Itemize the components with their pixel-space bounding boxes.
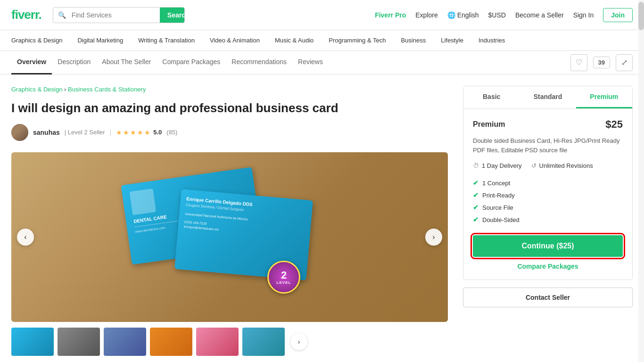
delivery-info: ⏱ 1 Day Delivery bbox=[473, 162, 522, 169]
thumbnail-3[interactable] bbox=[104, 328, 146, 356]
feature-3-label: Source File bbox=[482, 204, 513, 211]
language-selector[interactable]: 🌐 English bbox=[447, 11, 479, 19]
thumbnail-1[interactable] bbox=[11, 328, 54, 356]
thumbnail-6[interactable] bbox=[242, 328, 285, 356]
thumbnails-next-button[interactable]: › bbox=[290, 333, 307, 350]
thumbnail-2[interactable] bbox=[58, 328, 100, 356]
gallery-next-button[interactable]: › bbox=[425, 229, 442, 246]
join-button[interactable]: Join bbox=[603, 8, 633, 22]
compare-packages-link[interactable]: Compare Packages bbox=[473, 263, 623, 270]
top-nav-right: Fiverr Pro Explore 🌐 English $USD Become… bbox=[375, 8, 633, 22]
tab-overview[interactable]: Overview bbox=[11, 51, 52, 74]
package-price: $25 bbox=[605, 118, 623, 131]
gig-title: I will design an amazing and professiona… bbox=[11, 100, 448, 116]
refresh-icon: ↺ bbox=[531, 162, 537, 169]
logo[interactable]: fiverr. bbox=[11, 8, 41, 22]
level-text: LEVEL bbox=[277, 280, 291, 285]
tab-premium[interactable]: Premium bbox=[576, 86, 632, 108]
tab-standard[interactable]: Standard bbox=[520, 86, 576, 108]
category-nav: Graphics & Design Digital Marketing Writ… bbox=[0, 30, 644, 51]
revisions-info: ↺ Unlimited Revisions bbox=[531, 162, 593, 169]
seller-name[interactable]: sanuhas bbox=[33, 129, 60, 136]
feature-1: ✔ 1 Concept bbox=[473, 177, 623, 189]
star-4: ★ bbox=[137, 129, 143, 136]
left-column: Graphics & Design › Business Cards & Sta… bbox=[11, 86, 448, 356]
arrow-left-icon: ‹ bbox=[24, 233, 26, 241]
share-button[interactable]: ⤢ bbox=[616, 54, 633, 71]
search-button[interactable]: Search bbox=[160, 8, 185, 23]
logo-dot: . bbox=[39, 8, 41, 22]
cat-video-animation[interactable]: Video & Animation bbox=[210, 37, 260, 44]
share-icon: ⤢ bbox=[621, 58, 627, 67]
cat-digital-marketing[interactable]: Digital Marketing bbox=[77, 37, 123, 44]
star-2: ★ bbox=[123, 129, 129, 136]
sign-in-link[interactable]: Sign In bbox=[573, 11, 594, 19]
package-name: Premium bbox=[473, 120, 505, 129]
contact-seller-button[interactable]: Contact Seller bbox=[463, 288, 633, 307]
cat-industries[interactable]: Industries bbox=[479, 37, 505, 44]
check-icon-4: ✔ bbox=[473, 216, 479, 223]
package-header: Premium $25 bbox=[473, 118, 623, 131]
gallery-prev-button[interactable]: ‹ bbox=[17, 229, 34, 246]
scrollbar-thumb[interactable] bbox=[638, 2, 644, 30]
become-seller-link[interactable]: Become a Seller bbox=[515, 11, 564, 19]
currency-selector[interactable]: $USD bbox=[488, 11, 506, 19]
breadcrumb-subcat[interactable]: Business Cards & Stationery bbox=[68, 86, 146, 93]
seller-level: | Level 2 Seller bbox=[65, 129, 105, 136]
page-tabs-actions: ♡ 39 ⤢ bbox=[570, 54, 633, 71]
search-input[interactable] bbox=[66, 8, 160, 23]
star-1: ★ bbox=[116, 129, 122, 136]
fiverr-pro-link[interactable]: Fiverr Pro bbox=[375, 11, 406, 19]
cat-writing-translation[interactable]: Writing & Translation bbox=[138, 37, 195, 44]
tab-about-seller[interactable]: About The Seller bbox=[96, 51, 157, 74]
cat-graphics-design[interactable]: Graphics & Design bbox=[11, 37, 62, 44]
check-icon-3: ✔ bbox=[473, 204, 479, 211]
business-card-display: DENTAL CARE www.dentalcare.com Enrique C… bbox=[112, 166, 347, 308]
check-icon-2: ✔ bbox=[473, 191, 479, 199]
explore-link[interactable]: Explore bbox=[415, 11, 438, 19]
clock-icon: ⏱ bbox=[473, 162, 479, 169]
breadcrumb-cat[interactable]: Graphics & Design bbox=[11, 86, 62, 93]
package-description: Double sided Business Card, Hi-Res JPG/P… bbox=[473, 136, 623, 155]
cat-programming-tech[interactable]: Programming & Tech bbox=[329, 37, 386, 44]
thumbnail-4[interactable] bbox=[150, 328, 192, 356]
feature-2-label: Print-Ready bbox=[482, 192, 515, 199]
rating-number: 5.0 bbox=[153, 129, 162, 136]
arrow-right-icon: › bbox=[432, 233, 435, 241]
breadcrumb-separator: › bbox=[64, 86, 68, 93]
review-count[interactable]: (85) bbox=[166, 129, 177, 136]
tab-compare-packages[interactable]: Compare Packages bbox=[157, 51, 226, 74]
tab-reviews[interactable]: Reviews bbox=[292, 51, 329, 74]
cat-lifestyle[interactable]: Lifestyle bbox=[441, 37, 463, 44]
feature-2: ✔ Print-Ready bbox=[473, 189, 623, 201]
globe-icon: 🌐 bbox=[447, 11, 455, 19]
package-card: Basic Standard Premium Premium $25 Doubl… bbox=[463, 86, 633, 280]
thumbnail-5[interactable] bbox=[196, 328, 239, 356]
delivery-text: 1 Day Delivery bbox=[482, 162, 522, 169]
search-icon: 🔍 bbox=[53, 11, 66, 19]
thumbnail-strip: › bbox=[11, 328, 448, 356]
gallery-main: DENTAL CARE www.dentalcare.com Enrique C… bbox=[11, 152, 448, 322]
package-body: Premium $25 Double sided Business Card, … bbox=[463, 109, 632, 280]
avatar[interactable] bbox=[11, 124, 28, 141]
feature-1-label: 1 Concept bbox=[482, 180, 510, 187]
avatar-image bbox=[11, 124, 28, 141]
star-5: ★ bbox=[144, 129, 150, 136]
page-tabs: Overview Description About The Seller Co… bbox=[0, 51, 644, 74]
scrollbar[interactable] bbox=[638, 0, 644, 356]
cat-business[interactable]: Business bbox=[401, 37, 426, 44]
package-features: ✔ 1 Concept ✔ Print-Ready ✔ Source File … bbox=[473, 177, 623, 226]
tab-description[interactable]: Description bbox=[52, 51, 96, 74]
feature-4: ✔ Double-Sided bbox=[473, 214, 623, 226]
continue-button[interactable]: Continue ($25) bbox=[473, 235, 623, 257]
package-tabs: Basic Standard Premium bbox=[463, 86, 632, 109]
search-bar: 🔍 Search bbox=[53, 7, 185, 23]
logo-text: fiverr bbox=[11, 8, 39, 22]
tab-recommendations[interactable]: Recommendations bbox=[226, 51, 292, 74]
top-nav: fiverr. 🔍 Search Fiverr Pro Explore 🌐 En… bbox=[0, 0, 644, 30]
tab-basic[interactable]: Basic bbox=[463, 86, 520, 108]
revisions-text: Unlimited Revisions bbox=[539, 162, 593, 169]
breadcrumb: Graphics & Design › Business Cards & Sta… bbox=[11, 86, 448, 93]
like-button[interactable]: ♡ bbox=[570, 54, 587, 71]
cat-music-audio[interactable]: Music & Audio bbox=[275, 37, 314, 44]
